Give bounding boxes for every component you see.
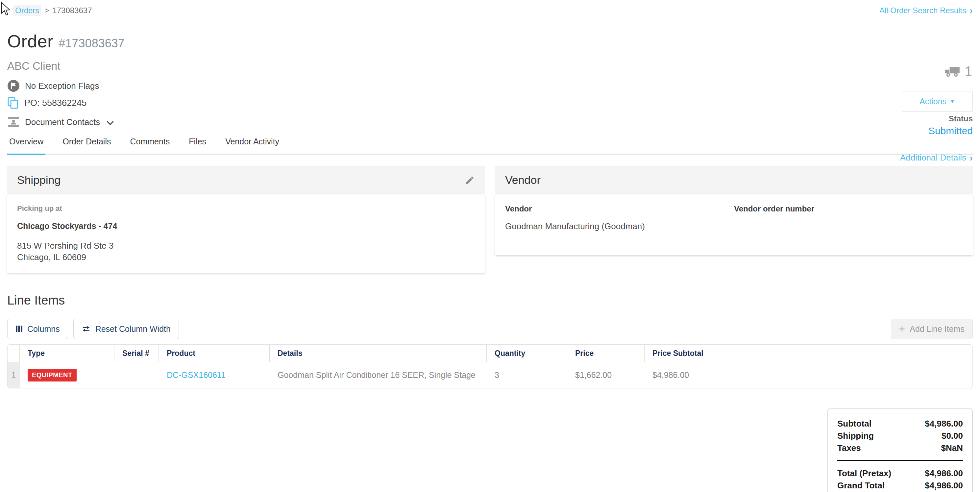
price-subtotal-cell: $4,986.00 [644,362,748,388]
vendor-order-number-value [734,221,963,231]
status-label: Status [928,114,973,123]
serial-cell [115,362,159,388]
vendor-label: Vendor [505,204,734,213]
taxes-row: Taxes $NaN [837,442,963,454]
caret-down-icon: ▼ [950,99,955,105]
chevron-down-icon [107,121,114,125]
reset-column-width-button[interactable]: Reset Column Width [73,319,179,339]
subtotal-row: Subtotal $4,986.00 [837,418,963,429]
mouse-cursor [0,2,11,16]
price-cell: $1,662.00 [567,362,644,388]
header-price-subtotal[interactable]: Price Subtotal [644,345,748,362]
header-product[interactable]: Product [159,345,270,362]
tab-files[interactable]: Files [187,137,208,154]
breadcrumb-orders-link[interactable]: Orders [13,5,41,16]
product-cell: DC-GSX160611 [159,362,270,388]
product-link[interactable]: DC-GSX160611 [167,370,226,380]
address-line-2: Chicago, IL 60609 [17,252,475,263]
total-pretax-value: $4,986.00 [925,468,963,479]
add-line-items-button[interactable]: + Add Line Items [891,319,973,339]
header-price[interactable]: Price [567,345,644,362]
exception-flags-text: No Exception Flags [25,81,99,91]
plus-icon: + [899,324,905,334]
copy-icon[interactable] [7,97,19,109]
header-type[interactable]: Type [20,345,115,362]
taxes-value: $NaN [941,442,963,454]
edit-pencil-icon[interactable] [465,175,475,185]
page-title: Order [7,31,54,51]
chevron-right-icon: › [969,6,973,14]
tab-overview[interactable]: Overview [7,137,45,155]
subtotal-value: $4,986.00 [925,418,963,429]
reset-button-label: Reset Column Width [95,324,171,334]
all-results-label: All Order Search Results [879,6,966,15]
swap-arrows-icon [81,325,91,333]
header-row-number [8,345,20,362]
shipping-card-title: Shipping [17,174,60,186]
vendor-value: Goodman Manufacturing (Goodman) [505,221,734,231]
vendor-card: Vendor Vendor Goodman Manufacturing (Goo… [495,166,973,273]
row-filler [748,362,972,388]
document-contacts-toggle[interactable]: Document Contacts [7,116,973,128]
status-block: Status Submitted [928,114,973,137]
truck-icon [945,65,961,78]
additional-details-link[interactable]: Additional Details › [900,153,973,163]
subtotal-label: Subtotal [837,418,872,429]
shipping-total-row: Shipping $0.00 [837,430,963,441]
tab-order-details[interactable]: Order Details [60,137,113,154]
line-items-toolbar: Columns Reset Column Width + Add Line It… [7,319,973,339]
order-header: Order #173083637 1 Actions ▼ Status Subm… [7,31,973,128]
pickup-location: Chicago Stockyards - 474 [17,221,475,231]
total-pretax-label: Total (Pretax) [837,468,891,479]
header-filler [748,345,972,362]
grand-total-row: Grand Total $4,986.00 [837,480,963,491]
breadcrumb: Orders > 173083637 [7,5,92,16]
order-number: #173083637 [59,37,125,50]
shipping-total-label: Shipping [837,430,874,441]
shipment-count: 1 [965,64,972,79]
tab-vendor-activity[interactable]: Vendor Activity [223,137,281,154]
contact-card-icon [7,116,20,128]
vendor-card-title: Vendor [505,174,541,186]
actions-button[interactable]: Actions ▼ [902,91,973,112]
columns-button[interactable]: Columns [7,319,68,339]
add-button-label: Add Line Items [910,324,964,334]
order-totals-box: Subtotal $4,986.00 Shipping $0.00 Taxes … [827,408,973,492]
shipping-card: Shipping Picking up at Chicago Stockyard… [7,166,485,273]
table-row[interactable]: 1 EQUIPMENT DC-GSX160611 Goodman Split A… [8,362,972,388]
po-row: PO: 558362245 [7,97,973,109]
breadcrumb-separator: > [45,6,49,15]
client-name: ABC Client [7,60,973,72]
all-order-search-results-link[interactable]: All Order Search Results › [879,6,973,15]
equipment-badge: EQUIPMENT [28,369,76,382]
tab-comments[interactable]: Comments [128,137,172,154]
document-contacts-label: Document Contacts [25,117,100,127]
columns-icon [16,325,23,333]
chevron-right-icon: › [969,154,973,162]
flag-icon [7,80,20,92]
top-bar: Orders > 173083637 All Order Search Resu… [7,0,973,16]
columns-button-label: Columns [27,324,60,334]
quantity-cell: 3 [487,362,567,388]
grand-total-value: $4,986.00 [925,480,963,491]
additional-details-label: Additional Details [900,153,966,163]
details-cell: Goodman Split Air Conditioner 16 SEER, S… [270,362,487,388]
line-items-table: Type Serial # Product Details Quantity P… [7,344,973,388]
header-quantity[interactable]: Quantity [487,345,567,362]
status-badge: Submitted [928,125,973,137]
shipping-total-value: $0.00 [942,430,963,441]
header-serial[interactable]: Serial # [115,345,159,362]
header-details[interactable]: Details [270,345,487,362]
table-header-row: Type Serial # Product Details Quantity P… [8,345,972,362]
vendor-order-number-label: Vendor order number [734,204,963,213]
row-number: 1 [8,362,20,388]
order-page: Orders > 173083637 All Order Search Resu… [0,0,980,492]
breadcrumb-current: 173083637 [52,6,92,15]
tab-bar: Overview Order Details Comments Files Ve… [7,137,973,155]
shipment-indicator[interactable]: 1 [945,64,972,79]
grand-total-label: Grand Total [837,480,885,491]
total-pretax-row: Total (Pretax) $4,986.00 [837,468,963,479]
address-line-1: 815 W Pershing Rd Ste 3 [17,240,475,252]
type-cell: EQUIPMENT [20,362,115,388]
overview-cards: Shipping Picking up at Chicago Stockyard… [7,166,973,273]
